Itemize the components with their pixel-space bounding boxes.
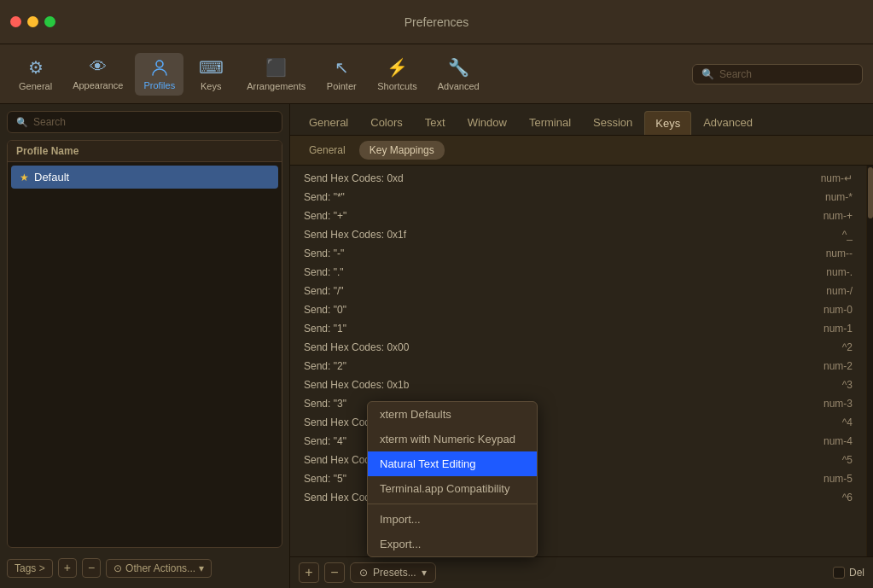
key-binding: ^6 <box>842 492 853 504</box>
sidebar-search-icon: 🔍 <box>16 117 28 128</box>
key-action: Send Hex Codes: 0x00 <box>304 341 842 353</box>
key-mapping-row[interactable]: Send: "-"num-- <box>297 244 859 263</box>
key-binding: ^3 <box>842 379 853 391</box>
tab-text[interactable]: Text <box>415 111 456 135</box>
dropdown-item-xterm-numeric[interactable]: xterm with Numeric Keypad <box>368 427 537 451</box>
tab-session[interactable]: Session <box>583 111 643 135</box>
toolbar-pointer-label: Pointer <box>327 81 357 91</box>
toolbar-search-box[interactable]: 🔍 Search <box>692 64 863 84</box>
dropdown-item-export[interactable]: Export... <box>368 532 537 556</box>
presets-circle-icon: ⊙ <box>359 567 368 579</box>
key-binding: ^2 <box>842 341 853 353</box>
tab-advanced[interactable]: Advanced <box>693 111 763 135</box>
other-actions-chevron-icon: ▾ <box>199 562 204 574</box>
add-profile-button[interactable]: + <box>58 558 77 578</box>
toolbar-keys-label: Keys <box>201 81 221 91</box>
key-mapping-row[interactable]: Send Hex Codes: 0xdnum-↵ <box>297 169 859 188</box>
toolbar-search-placeholder: Search <box>719 68 752 80</box>
toolbar-arrangements[interactable]: ⬛ Arrangements <box>238 52 314 96</box>
scrollbar[interactable] <box>866 166 873 556</box>
toolbar-profiles[interactable]: Profiles <box>135 53 183 96</box>
toolbar-profiles-label: Profiles <box>143 80 175 90</box>
toolbar-pointer[interactable]: ↖ Pointer <box>317 52 365 96</box>
toolbar-general-label: General <box>19 81 52 91</box>
toolbar-arrangements-label: Arrangements <box>247 81 306 91</box>
dropdown-item-natural-text[interactable]: Natural Text Editing <box>368 451 537 476</box>
toolbar-advanced-label: Advanced <box>438 81 480 91</box>
profile-table: Profile Name ★ Default <box>7 140 282 548</box>
key-mapping-row[interactable]: Send: "0"num-0 <box>297 300 859 319</box>
right-panel: General Colors Text Window Terminal Sess… <box>290 104 873 588</box>
toolbar-appearance[interactable]: 👁 Appearance <box>64 52 131 96</box>
sidebar: 🔍 Search Profile Name ★ Default Tags > +… <box>0 104 290 588</box>
sidebar-search-placeholder: Search <box>33 116 66 128</box>
key-binding: num-5 <box>824 473 853 485</box>
appearance-icon: 👁 <box>90 57 107 77</box>
dropdown-divider <box>368 504 537 504</box>
advanced-icon: 🔧 <box>448 57 469 78</box>
key-action: Send Hex Codes: 0xd <box>304 172 821 184</box>
tab-colors[interactable]: Colors <box>360 111 413 135</box>
key-mapping-row[interactable]: Send Hex Codes: 0x1f^_ <box>297 225 859 244</box>
profile-name-header: Profile Name <box>8 141 282 162</box>
key-action: Send Hex Codes: 0x1b <box>304 379 842 391</box>
default-star-icon: ★ <box>20 172 29 183</box>
key-mapping-row[interactable]: Send: "1"num-1 <box>297 319 859 338</box>
key-action: Send: "0" <box>304 304 824 316</box>
profile-default-label: Default <box>34 171 69 183</box>
tags-button[interactable]: Tags > <box>7 559 53 578</box>
toolbar-shortcuts[interactable]: ⚡ Shortcuts <box>369 52 425 96</box>
tab-general[interactable]: General <box>299 111 358 135</box>
presets-button[interactable]: ⊙ Presets... ▾ <box>350 562 436 583</box>
key-binding: num-. <box>826 266 853 278</box>
toolbar-general[interactable]: ⚙ General <box>10 52 61 96</box>
key-binding: ^5 <box>842 454 853 466</box>
arrangements-icon: ⬛ <box>265 57 287 78</box>
key-binding: num-- <box>826 247 853 259</box>
key-binding: num-2 <box>824 360 853 372</box>
toolbar-advanced[interactable]: 🔧 Advanced <box>429 52 488 96</box>
minimize-button[interactable] <box>27 16 38 27</box>
tab-terminal[interactable]: Terminal <box>519 111 581 135</box>
key-mapping-row[interactable]: Send: "/"num-/ <box>297 282 859 300</box>
sub-tab-general[interactable]: General <box>299 141 356 160</box>
key-mapping-row[interactable]: Send Hex Codes: 0x00^2 <box>297 338 859 357</box>
key-binding: num-/ <box>826 285 853 297</box>
remove-profile-button[interactable]: − <box>82 558 101 578</box>
close-button[interactable] <box>10 16 21 27</box>
tab-window[interactable]: Window <box>457 111 517 135</box>
key-action: Send: "." <box>304 266 826 278</box>
profile-tabs: General Colors Text Window Terminal Sess… <box>290 104 873 136</box>
toolbar-keys[interactable]: ⌨ Keys <box>187 52 235 96</box>
maximize-button[interactable] <box>44 16 55 27</box>
dropdown-item-import[interactable]: Import... <box>368 507 537 532</box>
key-binding: ^4 <box>842 416 853 428</box>
remove-mapping-button[interactable]: − <box>324 562 345 583</box>
delete-label: Del <box>849 567 864 579</box>
delete-checkbox[interactable] <box>833 567 845 579</box>
key-action: Send: "-" <box>304 247 826 259</box>
key-mapping-row[interactable]: Send Hex Codes: 0x1b^3 <box>297 376 859 394</box>
other-actions-button[interactable]: ⊙ Other Actions... ▾ <box>106 559 212 578</box>
key-binding: num-3 <box>824 398 853 410</box>
key-mapping-row[interactable]: Send: "+"num-+ <box>297 207 859 225</box>
keys-icon: ⌨ <box>199 57 224 78</box>
sub-tab-key-mappings[interactable]: Key Mappings <box>359 141 445 160</box>
profile-item-default[interactable]: ★ Default <box>11 166 278 189</box>
add-mapping-button[interactable]: + <box>299 562 319 583</box>
toolbar-shortcuts-label: Shortcuts <box>377 81 416 91</box>
key-mapping-row[interactable]: Send: "."num-. <box>297 263 859 282</box>
pointer-icon: ↖ <box>335 57 349 78</box>
dropdown-item-xterm-defaults[interactable]: xterm Defaults <box>368 402 537 427</box>
sidebar-search-box[interactable]: 🔍 Search <box>7 111 282 133</box>
key-action: Send: "+" <box>304 210 824 222</box>
key-binding: num-↵ <box>821 172 853 184</box>
presets-chevron-icon: ▾ <box>422 567 427 579</box>
dropdown-item-terminal-compat[interactable]: Terminal.app Compatibility <box>368 476 537 501</box>
key-action: Send: "2" <box>304 360 824 372</box>
tab-keys[interactable]: Keys <box>644 111 691 135</box>
key-mapping-row[interactable]: Send: "2"num-2 <box>297 357 859 376</box>
key-binding: num-1 <box>824 323 853 335</box>
shortcuts-icon: ⚡ <box>387 57 408 78</box>
key-mapping-row[interactable]: Send: "*"num-* <box>297 188 859 207</box>
